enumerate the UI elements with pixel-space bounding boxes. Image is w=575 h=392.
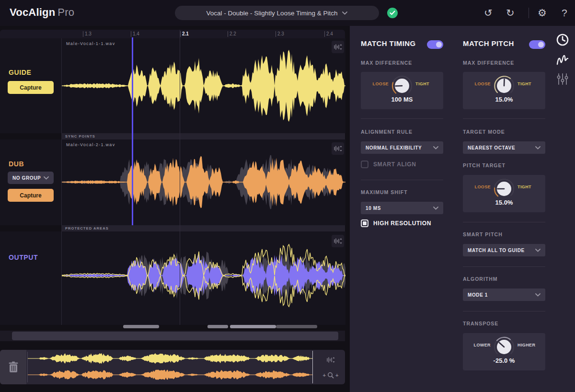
- ruler-tick-label: 1.3: [85, 31, 92, 36]
- settings-mixer-button[interactable]: [555, 71, 570, 87]
- pitch-target-label: PITCH TARGET: [463, 162, 506, 168]
- knob-min-label: LOOSE: [372, 81, 391, 86]
- timing-max-difference-knob[interactable]: LOOSE TIGHT 100 MS: [361, 72, 443, 109]
- protected-areas-strip[interactable]: PROTECTED AREAS: [61, 225, 345, 231]
- guide-vertical-zoom-button[interactable]: [332, 41, 344, 53]
- section-divider: [361, 118, 443, 119]
- section-divider: [463, 118, 545, 119]
- dub-vertical-zoom-button[interactable]: [332, 142, 344, 155]
- dub-waveform-row[interactable]: [61, 139, 345, 225]
- alignment-rule-label: ALIGNMENT RULE: [361, 129, 413, 135]
- algorithm-label: ALGORITHM: [463, 276, 498, 282]
- toggle-knob: [538, 42, 544, 47]
- app-logo: VocAlignPro: [10, 6, 74, 19]
- overview-playhead[interactable]: [312, 351, 313, 383]
- high-resolution-checkbox[interactable]: HIGH RESOLUTION: [361, 219, 431, 227]
- undo-icon[interactable]: ↺: [484, 7, 493, 19]
- ruler-tick: [83, 31, 83, 37]
- high-resolution-label: HIGH RESOLUTION: [373, 220, 431, 227]
- track-header-gap: [0, 225, 61, 231]
- match-pitch-toggle[interactable]: [529, 40, 545, 49]
- algorithm-dropdown[interactable]: MODE 1: [463, 288, 545, 301]
- knob-value: 100 MS: [361, 96, 443, 103]
- smart-pitch-dropdown[interactable]: MATCH ALL TO GUIDE: [463, 244, 545, 256]
- top-bar: VocAlignPro Vocal - Double - Slightly Lo…: [0, 0, 575, 26]
- dub-file-name: Male-Vocal-2-1.wav: [66, 142, 115, 147]
- pitch-trace-view-button[interactable]: [555, 52, 570, 68]
- view-mode-rail: [555, 31, 575, 88]
- checkbox-checked-icon: [361, 219, 368, 227]
- horizontal-scrollbar[interactable]: [0, 331, 345, 341]
- match-timing-toggle[interactable]: [427, 40, 443, 49]
- dub-capture-button[interactable]: Capture: [8, 189, 54, 202]
- guide-capture-button[interactable]: Capture: [8, 81, 54, 94]
- pitch-trace-icon: [556, 54, 569, 66]
- guide-waveform: [62, 38, 345, 133]
- pitch-target-knob[interactable]: LOOSE TIGHT 15.0%: [463, 175, 545, 212]
- waveform-workspace: 1.31.42.12.22.32.4 GUIDE Capture DUB NO …: [0, 26, 350, 392]
- redo-icon[interactable]: ↻: [506, 7, 515, 19]
- maximum-shift-value: 10 MS: [366, 206, 381, 211]
- smart-align-checkbox[interactable]: SMART ALIGN: [361, 161, 416, 168]
- pitch-max-difference-knob[interactable]: LOOSE TIGHT 15.0%: [463, 72, 545, 109]
- checkbox-icon: [361, 161, 368, 168]
- ruler-tick-label: 2.4: [326, 31, 333, 36]
- overview-guide-waveform: [28, 350, 312, 367]
- alignment-rule-value: NORMAL FLEXIBILITY: [366, 145, 422, 150]
- scrollbar-thumb[interactable]: [12, 332, 338, 340]
- overview-horizontal-zoom-control[interactable]: + +: [318, 368, 343, 382]
- trash-icon: [8, 361, 19, 373]
- knob-icon[interactable]: [391, 74, 414, 97]
- clock-icon: [556, 33, 569, 46]
- knob-max-label: TIGHT: [414, 81, 429, 86]
- dub-group-dropdown[interactable]: NO GROUP: [8, 172, 54, 184]
- dub-track-title: DUB: [9, 160, 24, 168]
- ruler-tick: [131, 31, 131, 37]
- chevron-down-icon: [44, 176, 49, 180]
- timing-max-difference-label: MAX DIFFERENCE: [361, 60, 412, 66]
- overview-vertical-zoom-button[interactable]: [318, 353, 343, 367]
- sync-points-strip[interactable]: SYNC POINTS: [61, 133, 345, 139]
- preset-selector[interactable]: Vocal - Double - Slightly Loose Timing &…: [175, 6, 379, 20]
- algorithm-value: MODE 1: [468, 292, 488, 298]
- clear-audio-button[interactable]: [0, 350, 26, 384]
- knob-value: 15.0%: [463, 96, 545, 103]
- playhead[interactable]: [132, 37, 133, 225]
- timing-view-button[interactable]: [555, 32, 570, 47]
- ruler-tick: [180, 31, 181, 37]
- output-vertical-zoom-button[interactable]: [332, 235, 344, 247]
- knob-icon[interactable]: [493, 335, 516, 358]
- preset-saved-check-icon: [387, 8, 398, 18]
- segment-pill: [276, 325, 317, 328]
- help-icon[interactable]: ?: [562, 7, 567, 19]
- gear-icon[interactable]: ⚙: [538, 7, 547, 19]
- knob-icon[interactable]: [493, 74, 516, 97]
- overview-panel[interactable]: + +: [0, 350, 345, 384]
- toolbar-divider: [529, 8, 529, 18]
- guide-waveform-row[interactable]: [61, 38, 345, 133]
- match-timing-title: MATCH TIMING: [361, 39, 416, 47]
- ruler-tick-label: 2.2: [230, 31, 236, 36]
- target-mode-dropdown[interactable]: NEAREST OCTAVE: [463, 141, 545, 154]
- transpose-knob[interactable]: LOWER HIGHER -25.0 %: [463, 333, 545, 370]
- knob-icon[interactable]: [493, 177, 516, 200]
- waveform-zoom-icon: [326, 357, 335, 363]
- output-waveform-row[interactable]: [61, 231, 345, 325]
- section-divider: [463, 222, 545, 222]
- zoom-out-icon[interactable]: +: [323, 372, 326, 378]
- bar-gridline: [180, 30, 180, 325]
- sliders-icon: [557, 73, 568, 85]
- knob-min-label: LOOSE: [474, 81, 493, 86]
- timeline-ruler[interactable]: 1.31.42.12.22.32.4: [61, 30, 345, 38]
- alignment-rule-dropdown[interactable]: NORMAL FLEXIBILITY: [361, 141, 443, 154]
- brand-name: VocAlign: [10, 6, 55, 18]
- segment-pill: [230, 325, 276, 328]
- ruler-tick: [228, 31, 228, 37]
- chevron-down-icon: [433, 207, 438, 210]
- segment-pill: [123, 325, 159, 328]
- guide-track-title: GUIDE: [9, 69, 31, 76]
- maximum-shift-dropdown[interactable]: 10 MS: [361, 202, 443, 214]
- zoom-in-icon[interactable]: +: [335, 372, 338, 378]
- overview-dub-waveform: [28, 367, 312, 383]
- track-header-column: GUIDE Capture DUB NO GROUP Capture OUTPU…: [0, 38, 62, 325]
